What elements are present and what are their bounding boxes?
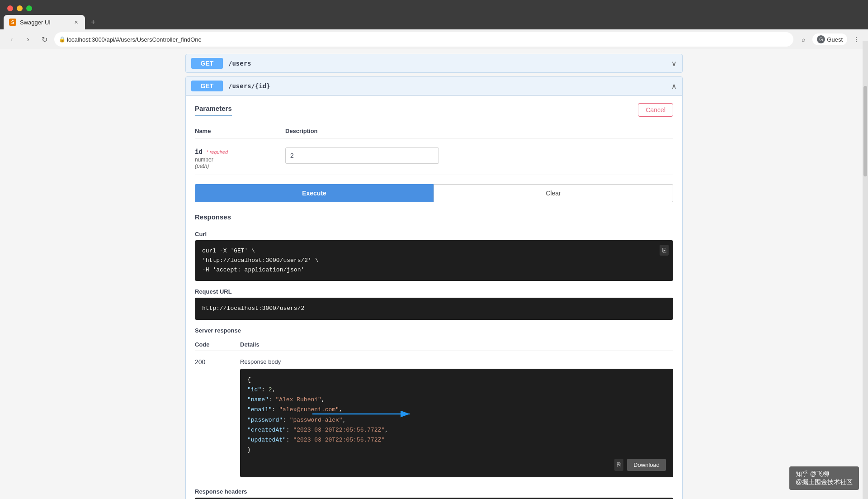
minimize-button[interactable] <box>17 5 23 11</box>
maximize-button[interactable] <box>26 5 32 11</box>
endpoint-users-id-expanded: GET /users/{id} ∧ Parameters Cancel Name… <box>185 76 683 499</box>
request-url-section: Request URL http://localhost:3000/users/… <box>195 288 673 320</box>
clear-button[interactable]: Clear <box>434 184 673 202</box>
execute-button[interactable]: Execute <box>195 184 434 202</box>
param-name: id <box>195 148 203 155</box>
param-location: (path) <box>195 163 285 169</box>
curl-line3: -H 'accept: application/json' <box>202 266 304 273</box>
chevron-up-icon: ∧ <box>671 82 677 90</box>
endpoint-path-id: /users/{id} <box>228 82 270 90</box>
description-column-header: Description <box>285 128 673 134</box>
param-row-id: id * required number (path) <box>195 142 673 175</box>
watermark: 知乎 @飞柳 @掘土囤金技术社区 <box>789 466 859 490</box>
response-body-block: { "id": 2, "name": "Alex Ruheni", "email… <box>240 369 673 477</box>
download-button[interactable]: Download <box>627 459 666 471</box>
traffic-lights <box>0 0 868 15</box>
swagger-container: GET /users ∨ GET /users/{id} ∧ Parameter… <box>176 49 692 499</box>
back-button[interactable]: ‹ <box>5 33 18 46</box>
watermark-line2: @掘土囤金技术社区 <box>796 478 853 486</box>
server-response-section: Server response Code Details 200 Respons… <box>195 327 673 481</box>
address-bar-row: ‹ › ↻ 🔒 ⌕ G Guest ⋮ <box>0 29 868 49</box>
details-column-header: Details <box>240 341 673 348</box>
scrollbar-thumb[interactable] <box>863 86 867 176</box>
curl-code-block: curl -X 'GET' \ 'http://localhost:3000/u… <box>195 240 673 281</box>
avatar: G <box>817 35 825 43</box>
method-badge-get-id: GET <box>191 81 223 91</box>
params-table: Name Description id * required number (p… <box>195 124 673 175</box>
param-required: * required <box>206 149 228 155</box>
forward-button[interactable]: › <box>22 33 34 46</box>
response-row-200: 200 Response body { "id": 2, "name": "Al… <box>195 355 673 481</box>
scrollbar-track[interactable] <box>863 41 868 499</box>
response-actions: ⎘ Download <box>247 459 666 471</box>
param-id-input[interactable] <box>285 147 439 164</box>
tab-bar: S Swagger UI ✕ + <box>0 15 868 29</box>
chevron-down-icon: ∨ <box>671 59 677 68</box>
name-column-header: Name <box>195 128 285 134</box>
more-options-icon[interactable]: ⋮ <box>850 33 863 46</box>
param-input-col <box>285 147 673 164</box>
curl-copy-button[interactable]: ⎘ <box>660 245 669 256</box>
param-name-col: id * required number (path) <box>195 147 285 169</box>
refresh-button[interactable]: ↻ <box>38 33 51 46</box>
request-url-value: http://localhost:3000/users/2 <box>202 305 304 312</box>
response-headers-label: Response headers <box>195 488 673 495</box>
browser-chrome: S Swagger UI ✕ + ‹ › ↻ 🔒 ⌕ G Guest ⋮ <box>0 0 868 49</box>
params-table-header: Name Description <box>195 124 673 138</box>
response-body-label: Response body <box>240 358 673 365</box>
search-icon[interactable]: ⌕ <box>797 33 810 46</box>
curl-section: Curl curl -X 'GET' \ 'http://localhost:3… <box>195 231 673 281</box>
curl-line2: 'http://localhost:3000/users/2' \ <box>202 257 318 264</box>
guest-chip[interactable]: G Guest <box>812 33 847 45</box>
code-column-header: Code <box>195 341 240 348</box>
endpoint-users-id-header[interactable]: GET /users/{id} ∧ <box>186 77 682 95</box>
endpoint-body: Parameters Cancel Name Description id * … <box>186 95 682 499</box>
tab-close-button[interactable]: ✕ <box>72 19 80 26</box>
responses-title: Responses <box>195 213 673 223</box>
endpoint-users-header[interactable]: GET /users ∨ <box>186 54 682 72</box>
server-response-label: Server response <box>195 327 673 334</box>
method-badge-get: GET <box>191 58 223 69</box>
address-input[interactable] <box>54 32 793 47</box>
request-url-label: Request URL <box>195 288 673 295</box>
lock-icon: 🔒 <box>59 36 66 43</box>
param-type: number <box>195 157 285 163</box>
browser-actions: ⌕ G Guest ⋮ <box>797 33 863 46</box>
request-url-block: http://localhost:3000/users/2 <box>195 298 673 320</box>
cancel-button[interactable]: Cancel <box>638 103 673 117</box>
guest-label: Guest <box>827 36 843 43</box>
new-tab-button[interactable]: + <box>87 16 99 29</box>
endpoint-users-collapsed: GET /users ∨ <box>185 54 683 73</box>
main-content: GET /users ∨ GET /users/{id} ∧ Parameter… <box>0 49 868 499</box>
address-bar-wrap: 🔒 <box>54 32 793 47</box>
active-tab[interactable]: S Swagger UI ✕ <box>4 15 85 29</box>
params-title: Parameters <box>195 105 232 116</box>
endpoint-path: /users <box>228 60 251 67</box>
response-code-200: 200 <box>195 358 240 366</box>
execute-row: Execute Clear <box>195 184 673 202</box>
watermark-line1: 知乎 @飞柳 <box>796 470 853 478</box>
response-details: Response body { "id": 2, "name": "Alex R… <box>240 358 673 477</box>
tab-favicon: S <box>9 19 16 26</box>
close-button[interactable] <box>7 5 13 11</box>
curl-line1: curl -X 'GET' \ <box>202 247 255 254</box>
response-table-header: Code Details <box>195 338 673 351</box>
curl-label: Curl <box>195 231 673 238</box>
responses-section: Responses Curl curl -X 'GET' \ 'http://l… <box>195 213 673 499</box>
tab-title: Swagger UI <box>20 19 51 26</box>
response-copy-button[interactable]: ⎘ <box>614 459 623 471</box>
params-header: Parameters Cancel <box>195 103 673 117</box>
